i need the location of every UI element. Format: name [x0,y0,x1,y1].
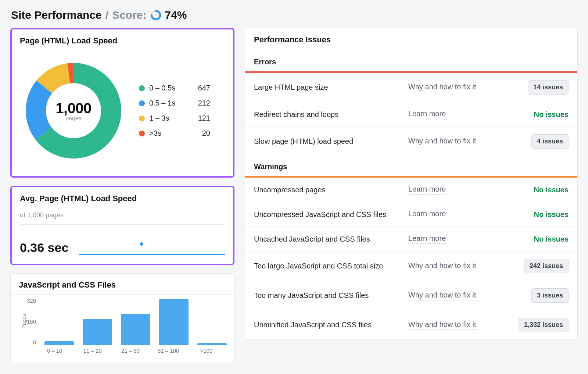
avg-value: 0.36 sec [20,241,68,255]
page-title: Site Performance [11,9,102,21]
issue-help-link[interactable]: Why and how to fix it [408,320,476,330]
legend-label: 0 – 0.5s [149,84,186,92]
issue-help-link[interactable]: Learn more [408,185,446,195]
issue-row: Redirect chains and loopsLearn moreNo is… [245,102,577,127]
issue-help-link[interactable]: Why and how to fix it [408,83,476,92]
legend-label: 0.5 – 1s [149,99,186,107]
issue-count-button[interactable]: 4 issues [531,134,569,149]
donut-center: 1,000 pages [18,56,129,166]
jscss-chart[interactable]: Pages 320 160 0 0 – 1011 – 2021 – 5051 –… [11,295,234,362]
issue-row: Large HTML page sizeWhy and how to fix i… [245,73,577,102]
legend-row: 1 – 3s121 [139,114,210,122]
avg-subtitle: of 1,000 pages [20,211,225,219]
issue-count-button[interactable]: 3 issues [531,288,569,303]
issue-row: Slow page (HTML) load speedWhy and how t… [245,127,577,156]
load-speed-legend: 0 – 0.5s6470.5 – 1s2121 – 3s121>3s20 [139,84,210,138]
issue-count-button[interactable]: 242 issues [524,259,569,273]
legend-dot-icon [139,100,145,106]
errors-list: Large HTML page sizeWhy and how to fix i… [245,73,577,156]
avg-load-speed-card: Avg. Page (HTML) Load Speed of 1,000 pag… [10,186,234,265]
legend-row: 0.5 – 1s212 [139,99,210,107]
legend-dot-icon [139,115,145,121]
legend-row: 0 – 0.5s647 [139,84,210,92]
jscss-card: JavaScript and CSS Files Pages 320 160 0… [10,273,234,362]
issue-name: Slow page (HTML) load speed [254,137,402,146]
bar-category: >100 [192,348,221,354]
bar-category: 11 – 20 [78,348,107,354]
score-label: Score: [112,9,146,21]
jscss-ylabel: Pages [19,314,27,329]
issue-help-link[interactable]: Learn more [408,234,446,244]
bar-category: 0 – 10 [40,348,69,354]
legend-dot-icon [139,131,145,136]
issue-name: Uncached JavaScript and CSS files [254,235,402,243]
avg-sparkline[interactable] [79,231,225,255]
issue-no-issues: No issues [510,186,569,194]
legend-value: 212 [190,99,210,107]
bar-category: 51 – 100 [154,348,183,354]
jscss-yticks: 320 160 0 [27,298,39,345]
issue-help-link[interactable]: Why and how to fix it [408,137,476,146]
legend-value: 647 [190,84,210,92]
issue-help-link[interactable]: Why and how to fix it [408,261,476,271]
jscss-title: JavaScript and CSS Files [11,274,234,294]
legend-value: 20 [190,129,210,138]
warnings-section-label: Warnings [245,156,577,176]
bar [197,343,227,345]
legend-dot-icon [139,85,145,91]
issue-row: Too many JavaScript and CSS filesWhy and… [245,281,577,310]
sparkline-point-icon [140,242,143,246]
performance-issues-card: Performance Issues Errors Large HTML pag… [245,28,578,340]
issue-name: Large HTML page size [254,83,402,92]
load-speed-title: Page (HTML) Load Speed [12,29,233,50]
bar [83,319,112,345]
issue-no-issues: No issues [510,110,569,119]
legend-row: >3s20 [139,129,210,138]
score-value: 74% [165,9,187,21]
score-ring-icon [150,10,161,21]
issue-row: Unminified JavaScript and CSS filesWhy a… [245,310,577,339]
issue-help-link[interactable]: Learn more [408,210,446,219]
legend-label: >3s [149,129,186,138]
legend-label: 1 – 3s [149,114,186,122]
sparkline-baseline [79,254,225,255]
issue-name: Too many JavaScript and CSS files [254,291,402,300]
donut-total-label: pages [65,115,82,122]
site-performance-page: Site Performance / Score: 74% Page (HTML… [0,0,588,374]
issue-name: Uncompressed JavaScript and CSS files [254,210,402,219]
issue-name: Unminified JavaScript and CSS files [254,321,402,329]
breadcrumb-separator: / [105,9,108,21]
issue-help-link[interactable]: Learn more [408,110,446,119]
issue-no-issues: No issues [510,235,569,243]
issue-name: Redirect chains and loops [254,110,402,119]
avg-title: Avg. Page (HTML) Load Speed [12,187,233,208]
issue-name: Uncompressed pages [254,186,402,194]
issue-no-issues: No issues [510,210,569,219]
warnings-list: Uncompressed pagesLearn moreNo issuesUnc… [245,178,577,339]
issues-title: Performance Issues [245,28,577,51]
load-speed-chart[interactable]: 1,000 pages 0 – 0.5s6470.5 – 1s2121 – 3s… [12,50,233,176]
issue-row: Uncached JavaScript and CSS filesLearn m… [245,227,577,252]
issue-row: Too large JavaScript and CSS total sizeW… [245,252,577,281]
jscss-xticks: 0 – 1011 – 2021 – 5051 – 100>100 [19,345,226,354]
issue-row: Uncompressed pagesLearn moreNo issues [245,178,577,202]
page-header: Site Performance / Score: 74% [11,9,578,21]
issue-count-button[interactable]: 14 issues [528,80,569,95]
bar-category: 21 – 50 [116,348,145,354]
jscss-bars [39,298,232,345]
legend-value: 121 [190,114,210,122]
bar [159,299,189,345]
errors-section-label: Errors [245,51,577,71]
donut-total-value: 1,000 [55,100,92,117]
issue-count-button[interactable]: 1,332 issues [519,318,569,332]
issue-row: Uncompressed JavaScript and CSS filesLea… [245,202,577,227]
bar [44,341,74,345]
load-speed-card: Page (HTML) Load Speed 1,000 pages 0 – 0… [10,28,234,178]
issue-name: Too large JavaScript and CSS total size [254,262,402,270]
bar [121,314,150,345]
issue-help-link[interactable]: Why and how to fix it [408,291,476,300]
